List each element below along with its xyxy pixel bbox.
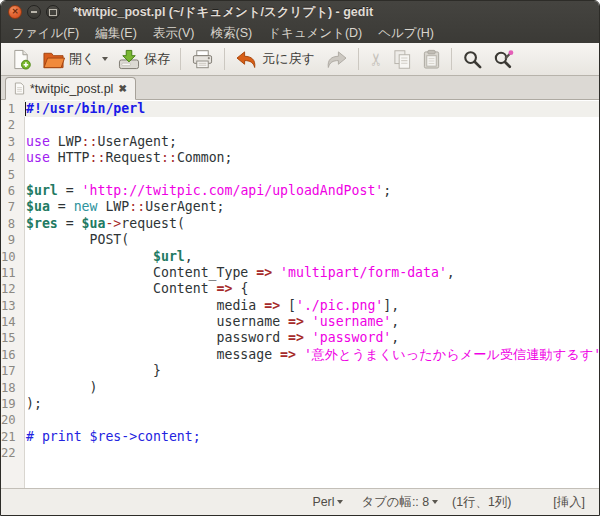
line-number: 1 [1,101,20,117]
code-line[interactable]: 20 [1,412,599,428]
line-number: 14 [1,314,20,330]
code-text: username => 'username', [20,314,599,330]
code-line[interactable]: 13 media => ['./pic.png'], [1,298,599,314]
copy-button[interactable] [388,47,417,72]
cut-scissors-icon: ✂ [368,52,385,66]
code-text: use LWP::UserAgent; [20,134,599,150]
text-cursor [25,102,26,116]
code-text: # print $res->content; [20,429,599,445]
window-title: *twitpic_post.pl (~/ドキュメント/スクリプト) - gedi… [73,4,373,21]
insert-mode-indicator: [挿入] [553,494,585,511]
menu-file[interactable]: ファイル(F) [4,24,87,43]
maximize-window-button[interactable] [46,5,60,19]
gedit-window: *twitpic_post.pl (~/ドキュメント/スクリプト) - gedi… [0,0,600,516]
paste-button[interactable] [417,47,446,72]
save-icon [118,49,140,70]
line-number: 11 [1,265,20,281]
code-line[interactable]: 10 $url, [1,249,599,265]
open-dropdown-arrow-icon[interactable] [102,57,108,61]
menu-search[interactable]: 検索(S) [202,24,260,43]
toolbar-separator [224,48,225,70]
code-line[interactable]: 8$res = $ua->request( [1,216,599,232]
line-number: 5 [1,167,20,183]
redo-icon [325,50,348,69]
new-document-icon [11,49,32,70]
menu-help[interactable]: ヘルプ(H) [370,24,442,43]
line-number: 9 [1,232,20,248]
code-line[interactable]: 21# print $res->content; [1,429,599,445]
language-label: Perl [312,495,334,509]
code-line[interactable]: 1#!/usr/bin/perl [1,101,599,117]
code-text [20,117,599,133]
language-selector[interactable]: Perl [312,495,343,509]
cursor-position: (1行、1列) [452,494,511,511]
save-button[interactable]: 保存 [113,47,175,72]
open-button[interactable]: 開く [37,47,113,72]
toolbar-separator [180,48,181,70]
tab-twitpic-post[interactable]: *twitpic_post.pl ✖ [5,77,136,100]
line-number: 22 [1,445,20,461]
code-text: Content => { [20,281,599,297]
menubar: ファイル(F) 編集(E) 表示(V) 検索(S) ドキュメント(D) ヘルプ(… [1,23,599,43]
tab-width-label: タブの幅:: 8 [361,494,429,511]
menu-view[interactable]: 表示(V) [145,24,203,43]
code-text: ) [20,380,599,396]
code-line[interactable]: 11 Content_Type => 'multipart/form-data'… [1,265,599,281]
tab-close-icon[interactable]: ✖ [118,83,126,94]
code-line[interactable]: 19); [1,396,599,412]
code-line[interactable]: 6$url = 'http://twitpic.com/api/uploadAn… [1,183,599,199]
code-line[interactable]: 7$ua = new LWP::UserAgent; [1,199,599,215]
line-number: 16 [1,347,20,363]
code-text [20,412,599,428]
line-number: 12 [1,281,20,297]
code-line[interactable]: 2 [1,117,599,133]
line-number: 3 [1,134,20,150]
code-text: message => '意外とうまくいったからメール受信連動するす' [20,347,599,363]
code-line[interactable]: 16 message => '意外とうまくいったからメール受信連動するす' [1,347,599,363]
redo-button[interactable] [320,48,353,71]
tab-width-dropdown-arrow-icon [432,500,438,504]
editor[interactable]: 1#!/usr/bin/perl23use LWP::UserAgent;4us… [1,100,599,488]
code-line[interactable]: 4use HTTP::Request::Common; [1,150,599,166]
search-button[interactable] [457,47,488,72]
line-number: 21 [1,429,20,445]
cut-button[interactable]: ✂ [364,49,388,70]
menu-edit[interactable]: 編集(E) [87,24,145,43]
window-header: *twitpic_post.pl (~/ドキュメント/スクリプト) - gedi… [1,1,599,43]
code-line[interactable]: 3use LWP::UserAgent; [1,134,599,150]
tab-label: *twitpic_post.pl [30,82,113,96]
tab-width-selector[interactable]: タブの幅:: 8 [361,494,438,511]
code-line[interactable]: 18 ) [1,380,599,396]
code-text: $url = 'http://twitpic.com/api/uploadAnd… [20,183,599,199]
line-number: 2 [1,117,20,133]
new-document-button[interactable] [6,47,37,72]
code-line[interactable]: 12 Content => { [1,281,599,297]
toolbar: 開く 保存 [1,43,599,76]
toolbar-separator [451,48,452,70]
minimize-window-button[interactable] [27,5,41,19]
line-number: 10 [1,249,20,265]
paste-icon [422,49,441,70]
undo-icon [235,50,258,69]
code-line[interactable]: 17 } [1,363,599,379]
code-line[interactable]: 5 [1,167,599,183]
code-line[interactable]: 9 POST( [1,232,599,248]
menu-documents[interactable]: ドキュメント(D) [260,24,370,43]
line-number: 19 [1,396,20,412]
document-icon [14,82,25,95]
code-text: use HTTP::Request::Common; [20,150,599,166]
code-text: password => 'password', [20,330,599,346]
search-replace-button[interactable] [488,47,519,72]
close-window-button[interactable] [8,5,22,19]
code-line[interactable]: 14 username => 'username', [1,314,599,330]
code-line[interactable]: 15 password => 'password', [1,330,599,346]
undo-button[interactable]: 元に戻す [230,48,320,71]
open-folder-icon [42,49,65,70]
code-text: #!/usr/bin/perl [20,101,599,117]
titlebar: *twitpic_post.pl (~/ドキュメント/スクリプト) - gedi… [1,1,599,23]
print-button[interactable] [186,47,219,72]
code-text: Content_Type => 'multipart/form-data', [20,265,599,281]
code-line[interactable]: 22 [1,445,599,461]
code-area[interactable]: 1#!/usr/bin/perl23use LWP::UserAgent;4us… [1,100,599,462]
code-text: $res = $ua->request( [20,216,599,232]
